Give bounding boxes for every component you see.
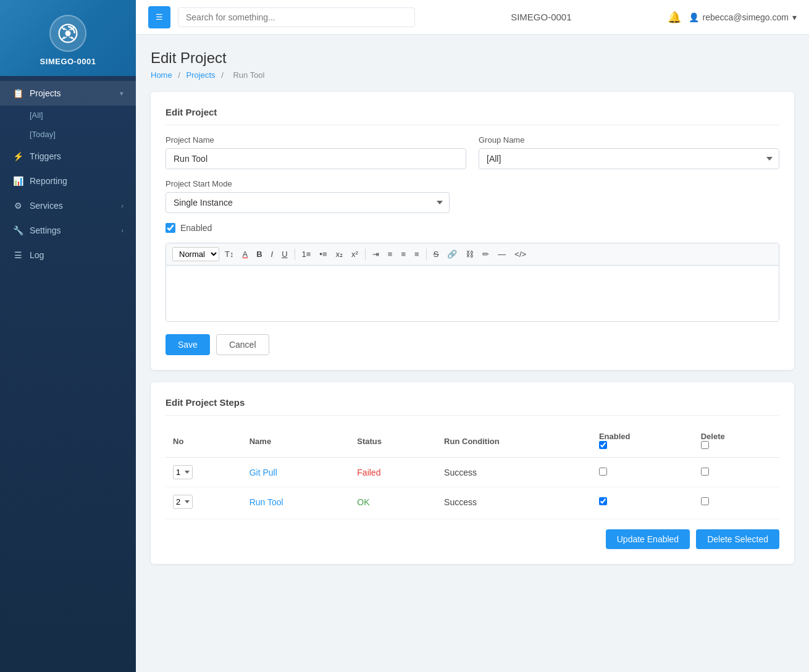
- page-content: Edit Project Home / Projects / Run Tool …: [136, 35, 809, 672]
- project-name-label: Project Name: [166, 135, 466, 145]
- edit-project-card-title: Edit Project: [166, 107, 779, 125]
- group-name-select[interactable]: [All] Group 1 Group 2: [479, 148, 779, 169]
- sidebar-sub-today[interactable]: [Today]: [0, 125, 136, 144]
- table-header-row: No Name Status Run Condition Enabled Del…: [166, 426, 779, 458]
- search-input[interactable]: [178, 7, 415, 27]
- row1-name-link[interactable]: Git Pull: [249, 468, 277, 477]
- menu-toggle-button[interactable]: ☰: [148, 6, 170, 28]
- col-name: Name: [242, 426, 350, 458]
- sidebar-item-triggers[interactable]: ⚡ Triggers: [0, 144, 136, 169]
- toolbar-link-btn[interactable]: 🔗: [444, 248, 460, 260]
- toolbar-italic-btn[interactable]: I: [268, 248, 277, 260]
- toolbar-code-btn[interactable]: </>: [511, 248, 529, 260]
- toolbar-indent-btn[interactable]: ⇥: [369, 248, 382, 260]
- start-mode-select[interactable]: Single Instance Multi Instance: [166, 192, 450, 213]
- toolbar-unlink-btn[interactable]: ⛓: [463, 248, 477, 260]
- project-name-input[interactable]: [166, 148, 466, 169]
- group-name-label: Group Name: [479, 135, 779, 145]
- toolbar-sub-btn[interactable]: x₂: [333, 248, 346, 260]
- sidebar-item-log[interactable]: ☰ Log: [0, 243, 136, 267]
- topbar-instance-title: SIMEGO-0001: [422, 12, 660, 22]
- services-icon: ⚙: [12, 201, 23, 211]
- topbar-right: 🔔 👤 rebecca@simego.com ▾: [668, 10, 797, 24]
- editor-toolbar: Normal H1 H2 H3 T↕ A B I U 1≡ •≡ x₂ x²: [166, 243, 779, 266]
- row2-no: 123: [166, 487, 242, 517]
- delete-selected-button[interactable]: Delete Selected: [696, 529, 779, 549]
- toolbar-ol-btn[interactable]: 1≡: [299, 248, 314, 260]
- update-enabled-button[interactable]: Update Enabled: [606, 529, 690, 549]
- app-logo-icon: [49, 15, 86, 52]
- user-icon: 👤: [689, 12, 699, 22]
- toolbar-highlight-btn[interactable]: ✏: [479, 248, 492, 260]
- row1-enabled-cell: [592, 458, 694, 487]
- col-status: Status: [350, 426, 437, 458]
- table-actions: Update Enabled Delete Selected: [166, 519, 779, 549]
- row2-enabled-cell: [592, 487, 694, 517]
- cancel-button[interactable]: Cancel: [216, 334, 269, 355]
- sidebar-item-reporting[interactable]: 📊 Reporting: [0, 169, 136, 193]
- row1-delete-checkbox[interactable]: [701, 468, 709, 476]
- sidebar-item-projects[interactable]: 📋 Projects ▾: [0, 81, 136, 106]
- format-select[interactable]: Normal H1 H2 H3: [172, 247, 219, 261]
- services-chevron: ›: [121, 202, 124, 209]
- row1-no: 123: [166, 458, 242, 487]
- breadcrumb-projects[interactable]: Projects: [187, 70, 216, 80]
- triggers-icon: ⚡: [12, 151, 23, 161]
- enabled-checkbox[interactable]: [166, 223, 175, 233]
- table-row: 123 Git Pull Failed Success: [166, 458, 779, 487]
- sidebar: SIMEGO-0001 📋 Projects ▾ [All] [Today] ⚡…: [0, 0, 136, 672]
- log-icon: ☰: [12, 250, 23, 260]
- row1-name: Git Pull: [242, 458, 350, 487]
- row2-no-select[interactable]: 123: [173, 495, 193, 509]
- notifications-icon[interactable]: 🔔: [668, 10, 681, 24]
- sidebar-item-services[interactable]: ⚙ Services ›: [0, 193, 136, 218]
- breadcrumb-sep2: /: [221, 70, 224, 80]
- row2-name: Run Tool: [242, 487, 350, 517]
- sidebar-sub-all[interactable]: [All]: [0, 106, 136, 125]
- toolbar-ul-btn[interactable]: •≡: [316, 248, 330, 260]
- sidebar-label-triggers: Triggers: [30, 151, 61, 161]
- enabled-label[interactable]: Enabled: [180, 223, 212, 233]
- row2-delete-checkbox[interactable]: [701, 497, 709, 505]
- breadcrumb: Home / Projects / Run Tool: [151, 70, 794, 80]
- toolbar-sep2: [365, 249, 366, 260]
- header-delete-checkbox[interactable]: [701, 441, 709, 449]
- toolbar-sup-btn[interactable]: x²: [348, 248, 361, 260]
- topbar-search-wrapper: [178, 7, 415, 27]
- toolbar-font-size-btn[interactable]: T↕: [222, 248, 237, 260]
- main-area: ☰ SIMEGO-0001 🔔 👤 rebecca@simego.com ▾ E…: [136, 0, 809, 672]
- toolbar-strikethrough-btn[interactable]: S: [430, 248, 442, 260]
- edit-project-card: Edit Project Project Name Group Name [Al…: [151, 92, 794, 370]
- save-button[interactable]: Save: [166, 334, 210, 355]
- col-enabled: Enabled: [592, 426, 694, 458]
- toolbar-align-center-btn[interactable]: ≡: [385, 248, 396, 260]
- projects-chevron: ▾: [120, 90, 124, 98]
- toolbar-align-right-btn[interactable]: ≡: [398, 248, 409, 260]
- form-group-project-name: Project Name: [166, 135, 466, 169]
- toolbar-align-justify-btn[interactable]: ≡: [411, 248, 422, 260]
- row2-name-link[interactable]: Run Tool: [249, 497, 283, 507]
- toolbar-sep3: [426, 249, 427, 260]
- editor-body[interactable]: [166, 266, 779, 321]
- form-btn-row: Save Cancel: [166, 334, 779, 355]
- row1-enabled-checkbox[interactable]: [599, 468, 607, 476]
- row2-enabled-checkbox[interactable]: [599, 497, 607, 505]
- row2-status: OK: [350, 487, 437, 517]
- toolbar-bold-btn[interactable]: B: [253, 248, 265, 260]
- toolbar-sep1: [295, 249, 295, 260]
- user-menu[interactable]: 👤 rebecca@simego.com ▾: [689, 12, 797, 22]
- toolbar-font-color-btn[interactable]: A: [239, 248, 251, 260]
- steps-table: No Name Status Run Condition Enabled Del…: [166, 426, 779, 516]
- user-email: rebecca@simego.com: [703, 12, 789, 22]
- sidebar-item-settings[interactable]: 🔧 Settings ›: [0, 218, 136, 243]
- toolbar-underline-btn[interactable]: U: [279, 248, 290, 260]
- page-title: Edit Project: [151, 49, 794, 67]
- row1-no-select[interactable]: 123: [173, 465, 193, 479]
- enabled-checkbox-row: Enabled: [166, 223, 779, 233]
- toolbar-hr-btn[interactable]: —: [495, 248, 509, 260]
- header-enabled-checkbox[interactable]: [599, 441, 607, 449]
- breadcrumb-home[interactable]: Home: [151, 70, 172, 80]
- col-run-condition: Run Condition: [437, 426, 592, 458]
- col-no: No: [166, 426, 242, 458]
- rich-editor-wrapper: Normal H1 H2 H3 T↕ A B I U 1≡ •≡ x₂ x²: [166, 243, 779, 322]
